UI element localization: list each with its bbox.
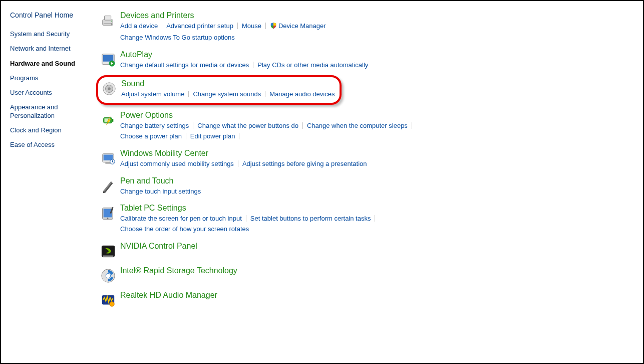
category-title[interactable]: Intel® Rapid Storage Technology [120,266,237,275]
svg-point-10 [108,88,111,91]
sidebar-home-link[interactable]: Control Panel Home [10,11,91,19]
task-link[interactable]: Change system sounds [193,89,261,100]
category-title[interactable]: Tablet PC Settings [120,204,186,213]
sidebar-item[interactable]: Hardware and Sound [10,60,91,68]
task-row: Adjust system volumeChange system sounds… [121,89,335,100]
task-row: Change default settings for media or dev… [120,60,638,71]
separator [375,215,375,222]
category-body: Windows Mobility CenterAdjust commonly u… [120,149,638,169]
svg-rect-23 [102,246,115,257]
task-link[interactable]: Set tablet buttons to perform certain ta… [250,214,371,224]
category-title[interactable]: Sound [121,79,144,88]
task-link[interactable]: Edit power plan [190,131,235,142]
sidebar: Control Panel Home System and SecurityNe… [1,6,95,363]
category: AutoPlayChange default settings for medi… [100,50,638,71]
category: SoundAdjust system volumeChange system s… [101,79,335,100]
task-link[interactable]: Calibrate the screen for pen or touch in… [120,214,242,224]
sidebar-item[interactable]: System and Security [10,30,91,38]
highlight-annotation: SoundAdjust system volumeChange system s… [96,75,342,105]
category: Intel® Rapid Storage Technology [100,266,638,284]
task-row: Choose a power planEdit power plan [120,131,638,142]
task-link[interactable]: Change touch input settings [120,187,201,197]
autoplay-icon [100,52,116,68]
task-link[interactable]: Choose a power plan [120,131,182,142]
task-link[interactable]: Change what the power buttons do [197,121,298,131]
svg-point-18 [103,191,105,193]
task-link[interactable]: Mouse [242,21,261,32]
task-link[interactable]: Play CDs or other media automatically [257,60,368,71]
sidebar-item[interactable]: Ease of Access [10,141,91,149]
category: NVIDIA Control Panel [100,242,638,259]
task-link[interactable]: Advanced printer setup [166,21,233,32]
separator [265,91,265,97]
category-body: Devices and PrintersAdd a deviceAdvanced… [120,11,638,43]
separator [162,23,162,29]
control-panel-window: Control Panel Home System and SecurityNe… [0,0,644,364]
separator [265,23,266,29]
category-body: SoundAdjust system volumeChange system s… [121,79,335,100]
separator [188,91,189,97]
sidebar-item[interactable]: Clock and Region [10,126,91,134]
task-link[interactable]: Manage audio devices [269,89,335,100]
task-row: Change touch input settings [120,187,638,197]
task-link[interactable]: Add a device [120,21,158,32]
category-title[interactable]: Realtek HD Audio Manager [120,291,217,300]
task-row: Change battery settingsChange what the p… [120,121,638,131]
power-icon [100,112,116,128]
category-title[interactable]: Windows Mobility Center [120,149,208,158]
sidebar-items: System and SecurityNetwork and InternetH… [10,30,91,149]
sidebar-item[interactable]: Network and Internet [10,45,91,53]
category-body: Realtek HD Audio Manager [120,291,638,308]
category: Pen and TouchChange touch input settings [100,176,638,197]
svg-rect-2 [104,24,112,25]
separator [193,122,193,129]
svg-rect-24 [103,255,114,257]
devices-printers-icon [100,13,116,29]
task-row: Adjust commonly used mobility settingsAd… [120,159,638,169]
category-title[interactable]: Power Options [120,111,173,120]
separator [302,122,303,129]
category: Tablet PC SettingsCalibrate the screen f… [100,204,638,235]
category-title[interactable]: NVIDIA Control Panel [120,242,197,251]
svg-point-21 [107,218,108,219]
sidebar-item[interactable]: User Accounts [10,89,91,97]
task-row: Change Windows To Go startup options [120,33,638,43]
task-link[interactable]: Device Manager [270,21,326,33]
task-link[interactable]: Change default settings for media or dev… [120,60,249,71]
category-title[interactable]: Pen and Touch [120,176,173,186]
content-area: Devices and PrintersAdd a deviceAdvanced… [95,6,643,363]
task-link[interactable]: Change battery settings [120,121,189,131]
mobility-icon [100,150,116,166]
category-body: Intel® Rapid Storage Technology [120,266,638,284]
category: Devices and PrintersAdd a deviceAdvanced… [100,11,638,43]
sidebar-item[interactable]: Programs [10,74,91,82]
separator [239,133,239,139]
sidebar-item[interactable]: Appearance and Personalization [10,103,91,120]
svg-point-3 [111,21,112,22]
nvidia-icon [100,243,116,259]
tablet-icon [100,205,116,221]
category-title[interactable]: Devices and Printers [120,11,194,20]
task-link[interactable]: Adjust settings before giving a presenta… [242,159,367,169]
task-link[interactable]: Choose the order of how your screen rota… [120,224,249,235]
svg-rect-12 [112,119,114,122]
task-row: Choose the order of how your screen rota… [120,224,638,235]
separator [246,215,246,222]
task-link[interactable]: Change Windows To Go startup options [120,33,235,43]
category: Windows Mobility CenterAdjust commonly u… [100,149,638,169]
category-body: AutoPlayChange default settings for medi… [120,50,638,71]
category-title[interactable]: AutoPlay [120,50,152,59]
category: Power OptionsChange battery settingsChan… [100,111,638,142]
task-link[interactable]: Adjust commonly used mobility settings [120,159,234,169]
category-body: Pen and TouchChange touch input settings [120,176,638,197]
separator [237,23,238,29]
svg-point-28 [110,302,114,306]
separator [412,122,412,129]
separator [186,133,186,139]
intel-rst-icon [100,268,116,284]
category: Realtek HD Audio Manager [100,291,638,308]
task-link[interactable]: Adjust system volume [121,89,184,100]
svg-rect-1 [105,16,111,20]
task-link[interactable]: Change when the computer sleeps [307,121,408,131]
sound-icon [101,81,117,97]
